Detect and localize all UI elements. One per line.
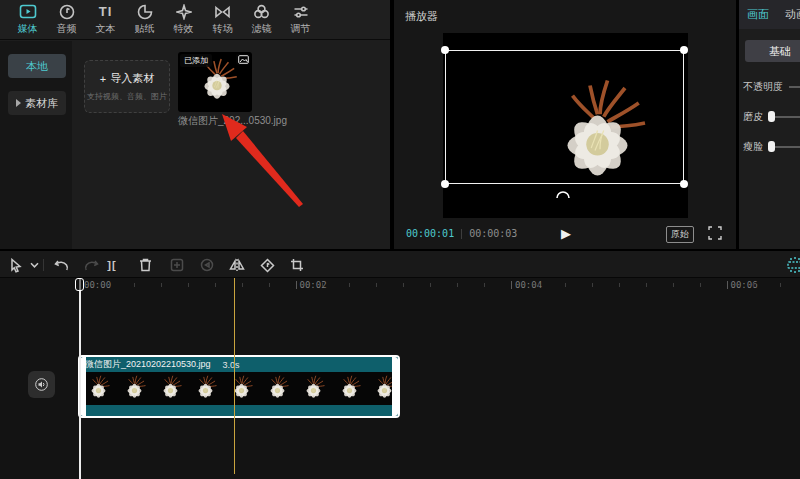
chevron-down-icon[interactable] bbox=[25, 256, 43, 274]
slider-handle[interactable] bbox=[768, 141, 775, 152]
ruler-tick-minor bbox=[242, 283, 243, 287]
mirror-icon[interactable] bbox=[228, 256, 246, 274]
media-icon bbox=[19, 3, 37, 20]
ruler-tick-minor bbox=[376, 283, 377, 287]
filmstrip-frame bbox=[259, 372, 295, 405]
tab-effects[interactable]: 特效 bbox=[164, 3, 203, 36]
play-button[interactable]: ▶ bbox=[557, 224, 575, 242]
reverse-icon[interactable] bbox=[198, 256, 216, 274]
total-duration: 00:00:03 bbox=[469, 228, 517, 239]
selection-handle-tl[interactable] bbox=[441, 46, 449, 54]
tab-picture[interactable]: 画面 bbox=[747, 7, 769, 22]
selection-handle-bl[interactable] bbox=[441, 180, 449, 188]
slider-label: 瘦脸 bbox=[743, 140, 763, 154]
ruler-tick-minor bbox=[484, 283, 485, 287]
tab-media[interactable]: 媒体 bbox=[8, 3, 47, 36]
playhead-line[interactable] bbox=[79, 278, 81, 479]
ruler-tick-minor bbox=[646, 283, 647, 287]
filmstrip-frame bbox=[152, 372, 188, 405]
ruler-tick-major bbox=[296, 281, 297, 289]
ruler-tick-minor bbox=[403, 283, 404, 287]
inspector-tabs: 画面 动画 bbox=[739, 0, 800, 29]
media-thumbnail[interactable]: 已添加 bbox=[178, 52, 252, 112]
ruler-tick-minor bbox=[188, 283, 189, 287]
ruler-tick-minor bbox=[780, 283, 781, 287]
slim-face-slider[interactable] bbox=[769, 146, 800, 148]
tab-label: 贴纸 bbox=[135, 22, 155, 36]
ruler-tick-minor bbox=[430, 283, 431, 287]
filter-icon bbox=[253, 3, 270, 20]
tab-transition[interactable]: 转场 bbox=[203, 3, 242, 36]
sidebar-item-local[interactable]: 本地 bbox=[8, 54, 66, 78]
ruler-tick-minor bbox=[673, 283, 674, 287]
tab-label: 调节 bbox=[291, 22, 311, 36]
ruler-tick-minor bbox=[134, 283, 135, 287]
sidebar-item-label: 本地 bbox=[26, 59, 48, 74]
selection-handle-br[interactable] bbox=[680, 180, 688, 188]
player-panel: 播放器 00:00:01 00:00:03 ▶ 原始 bbox=[394, 0, 736, 249]
crop-icon[interactable] bbox=[288, 256, 306, 274]
track-mute-button[interactable] bbox=[28, 371, 55, 398]
snap-icon[interactable] bbox=[786, 256, 800, 274]
tab-label: 特效 bbox=[174, 22, 194, 36]
ruler-tick-minor bbox=[349, 283, 350, 287]
smooth-skin-slider[interactable] bbox=[769, 116, 800, 118]
selection-handle-tr[interactable] bbox=[680, 46, 688, 54]
slider-handle[interactable] bbox=[768, 111, 775, 122]
app-window: 媒体 音频 TI 文本 贴纸 特效 bbox=[0, 0, 800, 479]
time-separator bbox=[461, 229, 462, 239]
tab-filter[interactable]: 滤镜 bbox=[242, 3, 281, 36]
timeline-clip[interactable]: 微信图片_20210202210530.jpg 3.0s bbox=[78, 355, 400, 418]
current-time: 00:00:01 bbox=[406, 228, 454, 239]
import-subtitle: 支持视频、音频、图片 bbox=[87, 91, 167, 102]
split-icon[interactable]: ][ bbox=[103, 256, 121, 274]
select-icon[interactable] bbox=[7, 256, 25, 274]
sidebar-item-label: 素材库 bbox=[25, 96, 58, 111]
plus-icon: + bbox=[100, 73, 106, 85]
selection-box[interactable] bbox=[445, 50, 684, 184]
playhead-handle[interactable] bbox=[75, 278, 84, 291]
opacity-slider[interactable] bbox=[789, 86, 800, 88]
rotate-icon[interactable] bbox=[258, 256, 276, 274]
import-material-button[interactable]: + 导入素材 支持视频、音频、图片 bbox=[84, 60, 170, 113]
undo-icon[interactable] bbox=[52, 256, 70, 274]
sidebar-item-library[interactable]: 素材库 bbox=[8, 91, 66, 115]
speaker-icon bbox=[35, 378, 48, 391]
image-type-icon bbox=[236, 54, 250, 65]
timeline-ruler[interactable]: 00:0000:0200:0400:06 bbox=[0, 278, 800, 294]
ruler-tick-minor bbox=[215, 283, 216, 287]
player-controls: 00:00:01 00:00:03 ▶ 原始 bbox=[394, 218, 736, 249]
tab-sticker[interactable]: 贴纸 bbox=[125, 3, 164, 36]
ruler-tick-minor bbox=[322, 283, 323, 287]
media-toolbar: 媒体 音频 TI 文本 贴纸 特效 bbox=[0, 0, 390, 40]
smooth-skin-slider-row: 磨皮 bbox=[743, 110, 800, 124]
tab-adjust[interactable]: 调节 bbox=[281, 3, 320, 36]
fullscreen-icon[interactable] bbox=[708, 226, 722, 240]
tab-audio[interactable]: 音频 bbox=[47, 3, 86, 36]
ruler-tick-minor bbox=[538, 283, 539, 287]
tab-text[interactable]: TI 文本 bbox=[86, 3, 125, 36]
delete-icon[interactable] bbox=[136, 256, 154, 274]
clip-header: 微信图片_20210202210530.jpg 3.0s bbox=[80, 357, 398, 372]
tab-animation[interactable]: 动画 bbox=[785, 7, 800, 22]
ruler-tick-major bbox=[727, 281, 728, 289]
slider-label: 磨皮 bbox=[743, 110, 763, 124]
clip-trim-handle-left[interactable] bbox=[80, 357, 86, 416]
rotate-handle-icon[interactable] bbox=[555, 188, 571, 200]
filmstrip-frame bbox=[295, 372, 331, 405]
freeze-frame-icon[interactable] bbox=[168, 256, 186, 274]
slim-face-slider-row: 瘦脸 bbox=[743, 140, 800, 154]
tab-label: 滤镜 bbox=[252, 22, 272, 36]
media-sidebar: 本地 素材库 bbox=[0, 41, 72, 249]
basic-section-button[interactable]: 基础 bbox=[745, 40, 800, 62]
preview-axis-line bbox=[234, 278, 235, 474]
ruler-tick-minor bbox=[457, 283, 458, 287]
video-preview[interactable] bbox=[443, 33, 688, 218]
redo-icon[interactable] bbox=[82, 256, 100, 274]
toolbar-divider bbox=[43, 259, 44, 271]
clip-trim-handle-right[interactable] bbox=[392, 357, 398, 416]
timeline-toolbar: ][ bbox=[0, 251, 800, 278]
sticker-icon bbox=[137, 3, 153, 20]
filmstrip-frame bbox=[187, 372, 223, 405]
original-quality-button[interactable]: 原始 bbox=[666, 226, 694, 243]
